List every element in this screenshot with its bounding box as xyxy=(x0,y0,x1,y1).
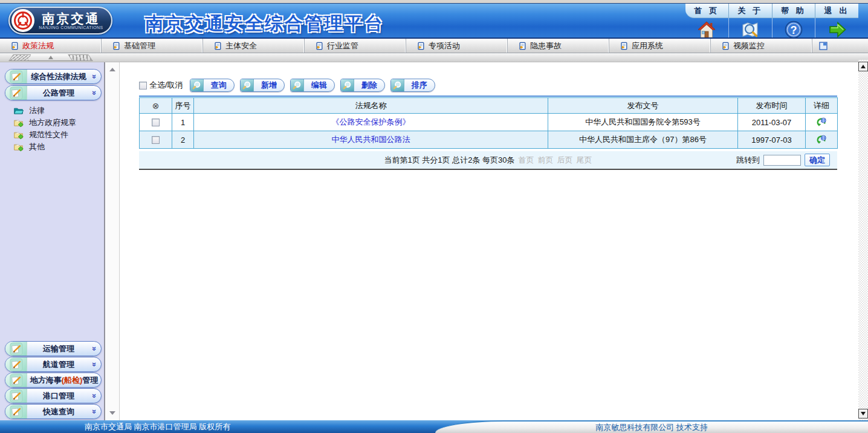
chevron-down-icon: » xyxy=(90,88,99,97)
magnifier-icon xyxy=(391,79,404,91)
sidebar-item-other[interactable]: 其他 xyxy=(0,141,104,153)
table-row: 2 中华人民共和国公路法 中华人民共和国主席令（97）第86号 1997-07-… xyxy=(140,131,838,149)
pagination-bar: 当前第1页 共分1页 总计2条 每页30条 首页 前页 后页 尾页 跳转到 确定 xyxy=(139,151,837,170)
page-title: 南京交通安全综合管理平台 xyxy=(145,11,384,36)
sidebar-item-law[interactable]: 法律 xyxy=(0,105,104,117)
sidebar-item-normative-documents[interactable]: 规范性文件 xyxy=(0,129,104,141)
divider-line xyxy=(139,96,837,97)
home-icon xyxy=(697,20,716,39)
confirm-button[interactable]: 确定 xyxy=(805,154,830,166)
footer-copyright: 南京市交通局 南京市港口管理局 版权所有 xyxy=(85,420,230,433)
folder-icon xyxy=(13,118,24,128)
splitter-collapse-handle[interactable] xyxy=(11,54,98,61)
sidebar-item-label: 地方政府规章 xyxy=(29,117,76,128)
quick-link-about[interactable]: 关 于 xyxy=(728,4,772,18)
scroll-up-button[interactable] xyxy=(858,62,868,71)
notepad-icon xyxy=(5,405,27,418)
sidebar-group-label: 综合性法律法规 xyxy=(27,71,90,82)
down-arrow-icon xyxy=(861,412,866,415)
window-layout-icon[interactable] xyxy=(818,41,828,51)
document-icon xyxy=(315,42,323,50)
row-date: 1997-07-03 xyxy=(738,131,806,149)
add-button[interactable]: 新增 xyxy=(240,79,285,92)
sort-button[interactable]: 排序 xyxy=(390,79,435,92)
emblem-icon xyxy=(13,11,33,30)
row-checkbox[interactable] xyxy=(152,136,160,144)
tab-subject-safety[interactable]: 主体安全 xyxy=(203,39,305,53)
scroll-down-button[interactable] xyxy=(858,409,868,418)
next-page-link[interactable]: 后页 xyxy=(557,155,573,166)
sidebar-group-transport-management[interactable]: 运输管理 » xyxy=(5,341,102,356)
chevron-down-icon: » xyxy=(90,391,99,400)
quick-link-help[interactable]: 帮 助 xyxy=(772,4,815,18)
footer-tech-support: 南京敏思科技有限公司 技术支持 xyxy=(595,422,708,433)
row-checkbox[interactable] xyxy=(152,119,160,126)
document-icon xyxy=(213,42,222,50)
last-page-link[interactable]: 尾页 xyxy=(577,155,592,166)
sidebar-group-waterway-management[interactable]: 航道管理 » xyxy=(5,357,102,372)
detail-icon[interactable] xyxy=(816,134,827,145)
document-icon xyxy=(112,42,120,50)
sidebar-group-label: 航道管理 xyxy=(27,359,90,370)
tab-label: 隐患事故 xyxy=(530,41,562,51)
tab-label: 主体安全 xyxy=(225,41,257,51)
document-icon xyxy=(721,42,730,50)
tab-special-activities[interactable]: 专项活动 xyxy=(406,39,508,53)
sidebar-group-highway-management[interactable]: 公路管理 » xyxy=(5,85,102,100)
edit-button[interactable]: 编辑 xyxy=(290,79,335,92)
chevron-down-icon: » xyxy=(90,72,99,81)
footer-bar: 南京敏思科技有限公司 技术支持 南京市交通局 南京市港口管理局 版权所有 xyxy=(0,420,868,433)
sidebar-scrollbar[interactable] xyxy=(104,62,120,420)
main-scrollbar[interactable] xyxy=(858,60,868,420)
sidebar-group-label: 地方海事(船检)管理 xyxy=(27,375,101,386)
regulation-link[interactable]: 《公路安全保护条例》 xyxy=(332,117,410,126)
scroll-up-arrow-icon[interactable] xyxy=(109,68,115,71)
notepad-icon xyxy=(5,373,27,387)
regulation-link[interactable]: 中华人民共和国公路法 xyxy=(332,135,410,144)
question-icon xyxy=(784,20,803,39)
sidebar-group-quick-query[interactable]: 快速查询 » xyxy=(5,404,102,419)
logo-circle xyxy=(11,9,34,32)
chevron-down-icon: » xyxy=(90,407,99,416)
logo-subtitle: NANJING COMMUNICATIONS xyxy=(39,25,103,30)
magnifier-icon xyxy=(241,79,254,91)
column-header-detail: 详细 xyxy=(806,98,838,114)
sidebar-menu: 综合性法律法规 » 公路管理 » 法律 地方政府规章 规范性 xyxy=(0,62,104,420)
column-header-seq: 序号 xyxy=(172,98,194,114)
chevron-down-icon: » xyxy=(90,344,99,353)
tab-hazard-accidents[interactable]: 隐患事故 xyxy=(508,39,609,53)
chevron-down-icon: » xyxy=(90,360,99,369)
table-row: 1 《公路安全保护条例》 中华人民共和国国务院令第593号 2011-03-07 xyxy=(140,114,838,131)
detail-icon[interactable] xyxy=(816,117,827,128)
green-arrow-icon xyxy=(828,20,847,39)
regulations-table: ⊗ 序号 法规名称 发布文号 发布时间 详细 1 《公路安全保护条例》 中华人民… xyxy=(139,97,838,149)
quick-link-home[interactable]: 首 页 xyxy=(685,4,728,18)
splitter-strip xyxy=(0,53,868,62)
tab-policy-laws[interactable]: 政策法规 xyxy=(0,39,102,53)
query-button[interactable]: 查询 xyxy=(190,79,235,92)
tab-basic-management[interactable]: 基础管理 xyxy=(102,39,203,53)
button-label: 编辑 xyxy=(304,80,334,91)
tab-industry-supervision[interactable]: 行业监管 xyxy=(305,39,406,53)
scroll-down-arrow-icon[interactable] xyxy=(109,411,115,415)
sidebar-group-local-maritime-management[interactable]: 地方海事(船检)管理 xyxy=(5,373,102,388)
notepad-icon xyxy=(5,86,27,100)
sidebar-item-local-gov-regulations[interactable]: 地方政府规章 xyxy=(0,117,104,129)
document-icon xyxy=(416,42,425,50)
folder-icon xyxy=(13,130,24,140)
document-icon xyxy=(518,42,526,50)
main-nav-bar: 政策法规 基础管理 主体安全 行业监管 专项活动 隐患事故 应用系统 视频监控 xyxy=(0,37,868,53)
sidebar-group-comprehensive-laws[interactable]: 综合性法律法规 » xyxy=(5,69,102,84)
sidebar-item-label: 规范性文件 xyxy=(29,129,68,140)
quick-link-exit[interactable]: 退 出 xyxy=(815,4,858,18)
hatch-decoration xyxy=(68,54,93,61)
sidebar-group-port-management[interactable]: 港口管理 » xyxy=(5,388,102,403)
tab-application-systems[interactable]: 应用系统 xyxy=(609,39,711,53)
jump-page-input[interactable] xyxy=(763,155,801,166)
notepad-icon xyxy=(5,342,27,356)
first-page-link[interactable]: 首页 xyxy=(519,155,534,166)
delete-button[interactable]: 删除 xyxy=(340,79,385,92)
select-all-checkbox[interactable] xyxy=(139,82,147,90)
tab-video-monitoring[interactable]: 视频监控 xyxy=(711,39,812,53)
prev-page-link[interactable]: 前页 xyxy=(538,155,554,166)
